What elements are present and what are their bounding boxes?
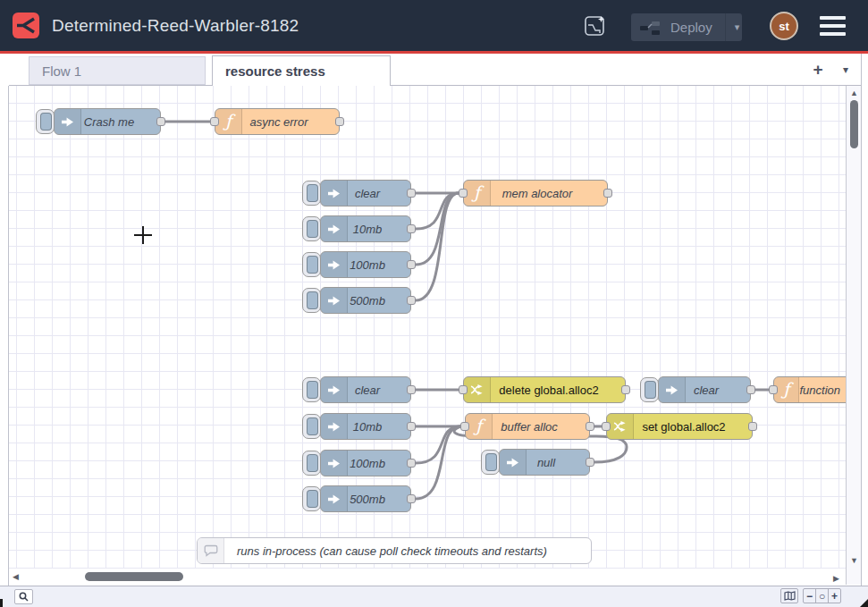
inject-arrow-icon xyxy=(321,414,348,439)
node-comment[interactable]: runs in-process (can cause poll check ti… xyxy=(197,537,592,564)
output-port[interactable] xyxy=(156,117,165,126)
output-port[interactable] xyxy=(407,459,416,468)
inject-trigger-button[interactable] xyxy=(302,486,321,511)
inject-trigger-button[interactable] xyxy=(302,181,321,206)
node-async-error[interactable]: ƒasync error xyxy=(215,108,340,135)
user-avatar[interactable]: st xyxy=(770,12,798,40)
zoom-in-button[interactable]: + xyxy=(828,588,841,603)
horizontal-scroll-thumb[interactable] xyxy=(85,572,183,581)
output-port[interactable] xyxy=(335,117,344,126)
output-port[interactable] xyxy=(586,458,594,467)
left-edge-strip xyxy=(0,54,9,586)
node-label: null xyxy=(527,450,589,475)
inject-arrow-icon xyxy=(55,109,81,134)
node-clear-b[interactable]: clear xyxy=(320,376,411,403)
scroll-up-icon[interactable]: ▲ xyxy=(850,89,858,97)
input-port[interactable] xyxy=(459,385,468,394)
tab-label: resource stress xyxy=(225,63,325,79)
horizontal-scrollbar[interactable]: ◀ ▶ xyxy=(9,569,846,585)
wire-mb10-a-to-mem-alocator[interactable] xyxy=(416,193,459,229)
flow-canvas[interactable]: Crash meƒasync errorclear10mb100mb500mbƒ… xyxy=(9,86,861,585)
scroll-down-icon[interactable]: ▼ xyxy=(850,557,858,565)
node-mb10-b[interactable]: 10mb xyxy=(320,413,411,440)
zoom-controls: − ○ + xyxy=(803,588,841,603)
input-port[interactable] xyxy=(459,189,468,198)
navigator-toggle-button[interactable] xyxy=(780,588,798,603)
vertical-scroll-thumb[interactable] xyxy=(850,100,858,148)
output-port[interactable] xyxy=(621,385,630,394)
output-port[interactable] xyxy=(748,422,757,431)
node-clear-c[interactable]: clear xyxy=(658,376,751,403)
node-clear-a[interactable]: clear xyxy=(320,180,411,207)
inject-trigger-button[interactable] xyxy=(481,450,500,475)
node-null-inject[interactable]: null xyxy=(499,449,590,476)
inject-arrow-icon xyxy=(321,288,348,313)
tab-resource-stress[interactable]: resource stress xyxy=(212,55,391,86)
flow-list-button[interactable]: ▾ xyxy=(835,59,856,80)
output-port[interactable] xyxy=(407,224,416,233)
menu-icon[interactable] xyxy=(820,16,846,36)
inject-trigger-button[interactable] xyxy=(302,252,321,277)
input-port[interactable] xyxy=(210,117,219,126)
node-label: 100mb xyxy=(348,252,410,277)
node-label: clear xyxy=(348,181,410,206)
deploy-button[interactable]: Deploy ▾ xyxy=(631,13,742,41)
change-shuffle-icon xyxy=(607,414,634,439)
vertical-scrollbar[interactable]: ▲ ▼ xyxy=(846,86,861,585)
node-label: clear xyxy=(686,377,750,402)
inject-trigger-button[interactable] xyxy=(302,414,321,439)
right-edge-strip xyxy=(861,54,868,607)
zoom-out-button[interactable]: − xyxy=(803,588,816,603)
node-label: clear xyxy=(348,377,410,402)
output-port[interactable] xyxy=(603,189,612,198)
deploy-caret-icon[interactable]: ▾ xyxy=(725,13,747,41)
resize-grip[interactable] xyxy=(860,599,868,607)
inject-arrow-icon xyxy=(321,181,348,206)
inject-trigger-button[interactable] xyxy=(302,451,321,476)
inject-trigger-button[interactable] xyxy=(302,216,321,241)
node-mb500-b[interactable]: 500mb xyxy=(320,485,411,512)
inject-trigger-button[interactable] xyxy=(302,377,321,402)
wires-layer xyxy=(9,86,861,585)
output-port[interactable] xyxy=(407,260,416,269)
zoom-reset-button[interactable]: ○ xyxy=(815,588,829,603)
output-port[interactable] xyxy=(407,385,416,394)
node-label: Crash me xyxy=(81,109,160,134)
node-label: delete global.alloc2 xyxy=(491,377,625,402)
input-port[interactable] xyxy=(769,385,778,394)
scroll-left-icon[interactable]: ◀ xyxy=(13,573,19,581)
output-port[interactable] xyxy=(407,494,416,503)
change-shuffle-icon xyxy=(464,377,491,402)
node-mb10-a[interactable]: 10mb xyxy=(320,215,411,242)
flowfuse-logo-icon[interactable] xyxy=(13,13,39,38)
window-corner xyxy=(0,599,3,607)
header: Determined-Reed-Warbler-8182 Deploy ▾ st xyxy=(0,0,868,51)
node-label: 10mb xyxy=(348,414,410,439)
inject-arrow-icon xyxy=(321,252,348,277)
node-mb100-a[interactable]: 100mb xyxy=(320,251,411,278)
output-port[interactable] xyxy=(407,189,416,198)
add-flow-button[interactable]: + xyxy=(807,59,829,80)
node-mb100-b[interactable]: 100mb xyxy=(320,450,411,476)
node-mem-alocator[interactable]: ƒmem alocator xyxy=(463,180,608,207)
footer-toolbar: − ○ + xyxy=(0,586,868,607)
search-button[interactable] xyxy=(14,589,33,604)
input-port[interactable] xyxy=(460,422,469,431)
node-buffer-alloc[interactable]: ƒbuffer alloc xyxy=(465,413,590,440)
output-port[interactable] xyxy=(746,385,755,394)
node-mb500-a[interactable]: 500mb xyxy=(320,287,411,314)
inject-trigger-button[interactable] xyxy=(36,109,55,134)
node-set-global[interactable]: set global.alloc2 xyxy=(606,413,753,440)
node-delete-global[interactable]: delete global.alloc2 xyxy=(463,376,626,403)
inject-trigger-button[interactable] xyxy=(640,377,659,402)
output-port[interactable] xyxy=(407,422,416,431)
output-port[interactable] xyxy=(586,422,594,431)
output-port[interactable] xyxy=(407,296,416,305)
ai-assistant-icon[interactable] xyxy=(582,13,609,39)
node-crash-me[interactable]: Crash me xyxy=(54,108,161,135)
scroll-right-icon[interactable]: ▶ xyxy=(833,575,839,583)
tab-flow-1[interactable]: Flow 1 xyxy=(29,56,206,85)
function-icon: ƒ xyxy=(215,109,242,134)
input-port[interactable] xyxy=(602,422,611,431)
inject-trigger-button[interactable] xyxy=(302,288,321,313)
